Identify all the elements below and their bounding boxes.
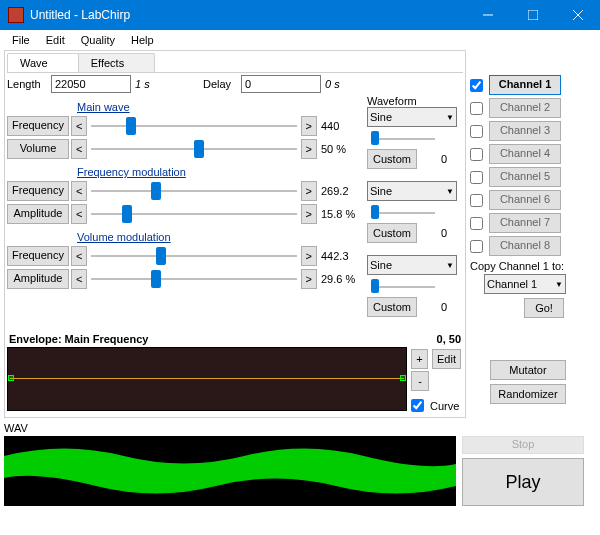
fmod-amp-slider[interactable] [87, 203, 300, 225]
vmod-freq-value: 442.3 [317, 250, 361, 262]
channel-checkbox-4[interactable] [470, 148, 483, 161]
app-icon [8, 7, 24, 23]
length-time: 1 s [135, 78, 175, 90]
channel-checkbox-1[interactable] [470, 79, 483, 92]
channel-checkbox-3[interactable] [470, 125, 483, 138]
vmod-amp-inc[interactable]: > [301, 269, 317, 289]
vmod-freq-inc[interactable]: > [301, 246, 317, 266]
vol-dec[interactable]: < [71, 139, 87, 159]
channel-button-1[interactable]: Channel 1 [489, 75, 561, 95]
fmod-amp-value: 15.8 % [317, 208, 361, 220]
fmod-freq-value: 269.2 [317, 185, 361, 197]
channel-button-2[interactable]: Channel 2 [489, 98, 561, 118]
envelope-coord: 0, 50 [437, 333, 461, 345]
custom-button-2[interactable]: Custom [367, 223, 417, 243]
channel-button-3[interactable]: Channel 3 [489, 121, 561, 141]
curve-checkbox[interactable] [411, 399, 424, 412]
delay-input[interactable] [241, 75, 321, 93]
copy-target-select[interactable]: Channel 1▼ [484, 274, 566, 294]
maximize-button[interactable] [510, 0, 555, 30]
fmod-amp-button[interactable]: Amplitude [7, 204, 69, 224]
vmod-amp-button[interactable]: Amplitude [7, 269, 69, 289]
wf-value-2: 0 [441, 227, 447, 239]
menu-file[interactable]: File [4, 32, 38, 48]
wf-value-3: 0 [441, 301, 447, 313]
section-freq-mod: Frequency modulation [77, 166, 361, 178]
freq-slider[interactable] [87, 115, 300, 137]
close-button[interactable] [555, 0, 600, 30]
menu-edit[interactable]: Edit [38, 32, 73, 48]
channel-checkbox-2[interactable] [470, 102, 483, 115]
wav-label: WAV [4, 422, 596, 434]
curve-label: Curve [430, 400, 459, 412]
custom-button-1[interactable]: Custom [367, 149, 417, 169]
waveform-select-3[interactable]: Sine▼ [367, 255, 457, 275]
length-label: Length [7, 78, 47, 90]
env-edit-button[interactable]: Edit [432, 349, 461, 369]
delay-time: 0 s [325, 78, 340, 90]
tab-wave[interactable]: Wave [7, 53, 79, 72]
menubar: File Edit Quality Help [0, 30, 600, 50]
fmod-freq-dec[interactable]: < [71, 181, 87, 201]
vmod-freq-slider[interactable] [87, 245, 300, 267]
tab-bar: Wave Effects [7, 53, 463, 73]
freq-dec[interactable]: < [71, 116, 87, 136]
stop-button: Stop [462, 436, 584, 454]
vmod-freq-dec[interactable]: < [71, 246, 87, 266]
svg-rect-1 [528, 10, 538, 20]
chevron-down-icon: ▼ [446, 113, 454, 122]
vol-slider[interactable] [87, 138, 300, 160]
vmod-freq-button[interactable]: Frequency [7, 246, 69, 266]
window-title: Untitled - LabChirp [30, 8, 465, 22]
waveform-label: Waveform [367, 95, 463, 107]
frequency-button[interactable]: Frequency [7, 116, 69, 136]
titlebar: Untitled - LabChirp [0, 0, 600, 30]
go-button[interactable]: Go! [524, 298, 564, 318]
vol-inc[interactable]: > [301, 139, 317, 159]
channel-checkbox-5[interactable] [470, 171, 483, 184]
fmod-freq-button[interactable]: Frequency [7, 181, 69, 201]
freq-value: 440 [317, 120, 361, 132]
channel-checkbox-6[interactable] [470, 194, 483, 207]
fmod-amp-inc[interactable]: > [301, 204, 317, 224]
randomizer-button[interactable]: Randomizer [490, 384, 566, 404]
channel-button-4[interactable]: Channel 4 [489, 144, 561, 164]
waveform-select-2[interactable]: Sine▼ [367, 181, 457, 201]
vmod-amp-slider[interactable] [87, 268, 300, 290]
length-input[interactable] [51, 75, 131, 93]
chevron-down-icon: ▼ [446, 261, 454, 270]
channel-button-7[interactable]: Channel 7 [489, 213, 561, 233]
wf-slider-2[interactable] [369, 203, 439, 223]
chevron-down-icon: ▼ [446, 187, 454, 196]
chevron-down-icon: ▼ [555, 280, 563, 289]
waveform-select-1[interactable]: Sine▼ [367, 107, 457, 127]
wf-slider-3[interactable] [369, 277, 439, 297]
tab-effects[interactable]: Effects [78, 53, 155, 72]
channel-button-6[interactable]: Channel 6 [489, 190, 561, 210]
menu-quality[interactable]: Quality [73, 32, 123, 48]
section-vol-mod: Volume modulation [77, 231, 361, 243]
custom-button-3[interactable]: Custom [367, 297, 417, 317]
delay-label: Delay [203, 78, 237, 90]
freq-inc[interactable]: > [301, 116, 317, 136]
vmod-amp-dec[interactable]: < [71, 269, 87, 289]
channel-button-5[interactable]: Channel 5 [489, 167, 561, 187]
vol-value: 50 % [317, 143, 361, 155]
minimize-button[interactable] [465, 0, 510, 30]
fmod-freq-slider[interactable] [87, 180, 300, 202]
channel-button-8[interactable]: Channel 8 [489, 236, 561, 256]
wf-slider-1[interactable] [369, 129, 439, 149]
channel-checkbox-8[interactable] [470, 240, 483, 253]
mutator-button[interactable]: Mutator [490, 360, 566, 380]
channel-checkbox-7[interactable] [470, 217, 483, 230]
volume-button[interactable]: Volume [7, 139, 69, 159]
play-button[interactable]: Play [462, 458, 584, 506]
menu-help[interactable]: Help [123, 32, 162, 48]
copy-label: Copy Channel 1 to: [470, 260, 582, 272]
env-add-button[interactable]: + [411, 349, 428, 369]
env-remove-button[interactable]: - [411, 371, 429, 391]
wav-output [4, 436, 456, 506]
fmod-freq-inc[interactable]: > [301, 181, 317, 201]
envelope-graph[interactable] [7, 347, 407, 411]
fmod-amp-dec[interactable]: < [71, 204, 87, 224]
